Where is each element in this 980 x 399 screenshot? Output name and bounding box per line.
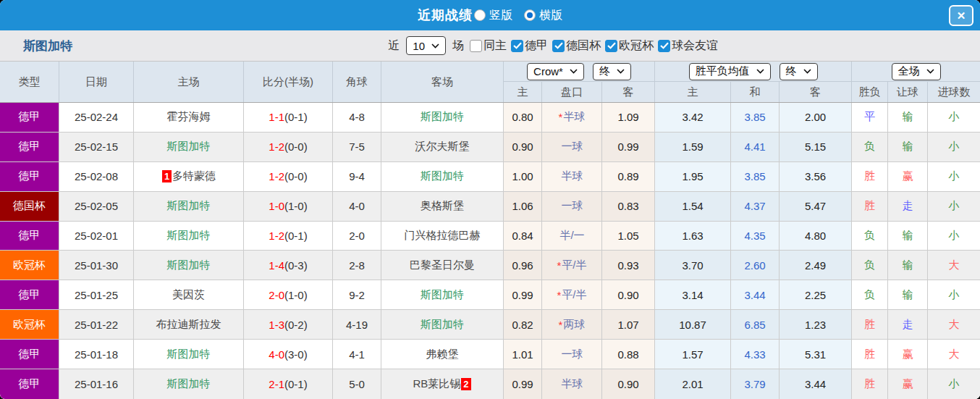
match-date: 25-01-16 bbox=[59, 369, 134, 399]
handicap-line: 两球 bbox=[563, 318, 585, 332]
avg-odds-home: 3.42 bbox=[655, 103, 731, 132]
corners: 9-2 bbox=[333, 280, 381, 309]
avg-odds-home: 10.87 bbox=[655, 310, 731, 339]
subcol-avg-draw: 和 bbox=[731, 82, 780, 102]
league-badge: 德甲 bbox=[0, 162, 59, 191]
view-radio-horizontal[interactable] bbox=[524, 9, 536, 21]
fulltime-score: 1-4 bbox=[269, 259, 284, 272]
check-icon bbox=[554, 42, 563, 49]
team-name: 斯图加特 bbox=[167, 140, 211, 154]
league-checkbox[interactable] bbox=[552, 40, 565, 52]
result-goals: 小 bbox=[928, 280, 980, 309]
table-row: 欧冠杯 25-01-30 斯图加特 1-4(0-3) 2-8 巴黎圣日尔曼 0.… bbox=[0, 251, 980, 280]
avg-odds-draw: 4.37 bbox=[731, 192, 780, 221]
away-team: 巴黎圣日尔曼 bbox=[381, 251, 504, 280]
away-team: 斯图加特 bbox=[381, 162, 504, 191]
handicap-odds-home: 1.00 bbox=[504, 162, 542, 191]
corners: 4-19 bbox=[333, 310, 381, 339]
league-badge: 德国杯 bbox=[0, 192, 59, 221]
team-name: 沃尔夫斯堡 bbox=[415, 140, 470, 154]
corners: 4-0 bbox=[333, 192, 381, 221]
chevron-down-icon bbox=[570, 69, 578, 74]
handicap-odds-away: 0.90 bbox=[602, 280, 655, 309]
same-home-checkbox[interactable] bbox=[470, 40, 482, 52]
halftime-score: (3-0) bbox=[284, 348, 308, 361]
scope-select[interactable]: 全场 bbox=[892, 63, 941, 80]
avg-odds-away: 5.31 bbox=[780, 340, 852, 369]
subcol-handicap-away: 客 bbox=[602, 82, 655, 102]
handicap-time-select[interactable]: 终 bbox=[593, 63, 631, 80]
avg-odds-away: 2.25 bbox=[780, 280, 852, 309]
avg-time-select[interactable]: 终 bbox=[780, 63, 818, 80]
league-badge: 德甲 bbox=[0, 340, 59, 369]
avg-select-value: 胜平负均值 bbox=[696, 64, 750, 78]
recent-count-select[interactable]: 10 bbox=[406, 36, 446, 55]
recent-label: 近 bbox=[388, 38, 400, 54]
handicap-line-cell: *半球 bbox=[542, 103, 602, 132]
same-home-label: 同主 bbox=[483, 38, 507, 54]
filter-controls: 近 10 场 同主 德甲德国杯欧冠杯球会友谊 bbox=[386, 36, 718, 55]
view-radio-vertical-label[interactable]: 竖版 bbox=[489, 8, 512, 23]
result-handicap: 赢 bbox=[888, 340, 928, 369]
handicap-line: 半球 bbox=[562, 377, 583, 391]
home-team: 美因茨 bbox=[134, 280, 244, 309]
score-cell: 1-4(0-3) bbox=[244, 251, 333, 280]
subcol-avg-home: 主 bbox=[655, 82, 731, 102]
handicap-line: 半/一 bbox=[559, 229, 584, 243]
league-checkbox[interactable] bbox=[658, 40, 670, 52]
team-name: RB莱比锡 bbox=[413, 377, 460, 391]
avg-odds-draw: 3.79 bbox=[731, 369, 780, 399]
league-checkbox[interactable] bbox=[605, 40, 617, 52]
team-name: 斯图加特 bbox=[421, 288, 464, 302]
score-cell: 4-0(3-0) bbox=[244, 340, 333, 369]
league-badge: 德甲 bbox=[0, 103, 59, 132]
team-name: 斯图加特 bbox=[167, 348, 211, 361]
result-goals: 小 bbox=[928, 162, 980, 191]
league-checkbox-label: 欧冠杯 bbox=[619, 38, 654, 54]
handicap-odds-home: 0.90 bbox=[504, 133, 542, 161]
games-label: 场 bbox=[452, 38, 464, 54]
corners: 2-8 bbox=[333, 251, 381, 280]
league-checkbox-label: 球会友谊 bbox=[672, 38, 718, 54]
halftime-score: (0-0) bbox=[284, 140, 308, 153]
bookmaker-select[interactable]: Crow* bbox=[527, 63, 584, 80]
close-button[interactable]: ✕ bbox=[949, 5, 973, 26]
fulltime-score: 1-2 bbox=[269, 230, 284, 242]
home-team: 斯图加特 bbox=[134, 251, 244, 280]
handicap-odds-away: 1.07 bbox=[602, 310, 655, 339]
result-handicap: 输 bbox=[888, 280, 928, 309]
handicap-odds-away: 0.83 bbox=[602, 192, 655, 221]
home-team: 霍芬海姆 bbox=[134, 103, 244, 132]
match-date: 25-02-01 bbox=[59, 222, 134, 251]
handicap-star-icon: * bbox=[557, 289, 561, 301]
result-winlose: 胜 bbox=[852, 162, 888, 191]
avg-odds-draw: 4.33 bbox=[731, 340, 780, 369]
view-radio-horizontal-label[interactable]: 横版 bbox=[539, 8, 562, 23]
result-winlose: 胜 bbox=[852, 192, 888, 221]
halftime-score: (0-1) bbox=[284, 111, 308, 123]
halftime-score: (0-1) bbox=[284, 378, 308, 390]
rank-badge: 1 bbox=[162, 170, 172, 182]
close-icon: ✕ bbox=[957, 9, 966, 22]
avg-odds-home: 1.95 bbox=[655, 162, 731, 191]
result-handicap: 走 bbox=[888, 192, 928, 221]
league-badge: 欧冠杯 bbox=[0, 310, 59, 339]
team-name: 斯图加特 bbox=[167, 259, 211, 272]
league-badge: 欧冠杯 bbox=[0, 251, 59, 280]
handicap-line-cell: *平/半 bbox=[542, 280, 602, 309]
result-winlose: 胜 bbox=[852, 340, 888, 369]
result-handicap: 输 bbox=[888, 222, 928, 251]
table-row: 欧冠杯 25-01-22 布拉迪斯拉发 1-3(0-2) 4-19 斯图加特 0… bbox=[0, 310, 980, 340]
home-team: 斯图加特 bbox=[134, 369, 244, 399]
table-row: 德甲 25-02-24 霍芬海姆 1-1(0-1) 4-8 斯图加特 0.80 … bbox=[0, 103, 980, 133]
away-team: 斯图加特 bbox=[381, 310, 504, 339]
corners: 4-8 bbox=[333, 103, 381, 132]
halftime-score: (1-0) bbox=[284, 289, 308, 301]
col-home: 主场 bbox=[134, 62, 244, 102]
view-radio-vertical[interactable] bbox=[474, 9, 486, 21]
league-checkbox[interactable] bbox=[511, 40, 523, 52]
table-body: 德甲 25-02-24 霍芬海姆 1-1(0-1) 4-8 斯图加特 0.80 … bbox=[0, 103, 980, 399]
avg-select[interactable]: 胜平负均值 bbox=[689, 63, 771, 80]
team-name: 斯图加特 bbox=[421, 110, 464, 124]
fulltime-score: 1-3 bbox=[269, 319, 284, 331]
